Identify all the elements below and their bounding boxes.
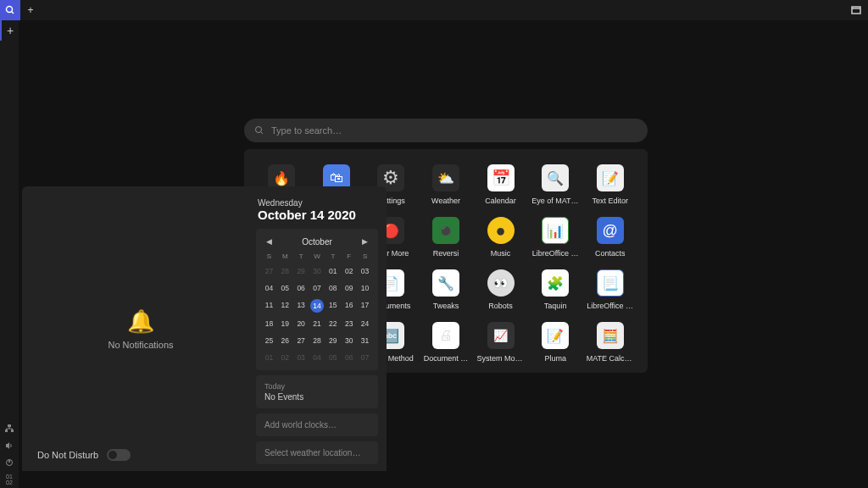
app-label: Taquin: [544, 302, 567, 310]
calendar-day[interactable]: 02: [277, 352, 293, 363]
calendar-day[interactable]: 09: [341, 282, 357, 294]
dow-header: W: [309, 252, 326, 260]
app-launcher[interactable]: Reversi: [419, 217, 474, 258]
clock-status[interactable]: 01 02: [0, 471, 19, 488]
calendar-card: ◀ October ▶ SMTWTFS272829300102030405060…: [256, 229, 378, 370]
do-not-disturb-row: Do Not Disturb: [37, 449, 131, 461]
calendar-day[interactable]: 02: [341, 265, 357, 277]
app-launcher[interactable]: Robots: [473, 269, 528, 310]
calendar-day[interactable]: 19: [277, 318, 293, 330]
calendar-day[interactable]: 07: [357, 352, 373, 363]
calendar-day[interactable]: 12: [277, 299, 293, 313]
app-launcher[interactable]: System Mon…: [473, 322, 528, 363]
topbar: +: [0, 0, 868, 20]
calendar-day[interactable]: 04: [261, 282, 277, 294]
calendar-day[interactable]: 23: [341, 318, 357, 330]
new-tab[interactable]: +: [20, 0, 41, 20]
app-launcher[interactable]: Eye of MATE…: [528, 164, 583, 205]
calendar-day[interactable]: 28: [277, 265, 293, 277]
search-icon: [254, 125, 264, 136]
calendar-day[interactable]: 20: [293, 318, 309, 330]
calendar-day[interactable]: 10: [357, 282, 373, 294]
app-launcher[interactable]: Calendar: [473, 164, 528, 205]
app-launcher[interactable]: Weather: [419, 164, 474, 205]
app-launcher[interactable]: Pluma: [528, 322, 583, 363]
add-world-clocks-button[interactable]: Add world clocks…: [256, 413, 378, 436]
calendar-day[interactable]: 11: [261, 299, 277, 313]
app-label: Robots: [488, 302, 513, 310]
power-status-icon[interactable]: [0, 454, 19, 471]
calendar-day[interactable]: 30: [341, 335, 357, 347]
app-label: Weather: [431, 197, 460, 205]
svg-point-14: [256, 127, 262, 133]
app-launcher[interactable]: Taquin: [528, 269, 583, 310]
search-input[interactable]: [271, 125, 637, 136]
calendar-day[interactable]: 24: [357, 318, 373, 330]
window-icon: [851, 6, 861, 14]
calendar-day[interactable]: 07: [309, 282, 326, 294]
add-workspace-button[interactable]: +: [0, 20, 19, 41]
app-launcher[interactable]: LibreOffice …: [582, 269, 637, 310]
search-tab[interactable]: [0, 0, 20, 20]
next-month-button[interactable]: ▶: [359, 236, 371, 247]
weekday-label: Wednesday: [258, 198, 376, 208]
calendar-day[interactable]: 27: [261, 265, 277, 277]
app-launcher[interactable]: Music: [473, 217, 528, 258]
calendar-day[interactable]: 01: [325, 265, 341, 277]
calendar-day[interactable]: 05: [277, 282, 293, 294]
app-label: Pluma: [544, 354, 566, 363]
app-launcher[interactable]: Document …: [419, 322, 474, 363]
calendar-day[interactable]: 21: [309, 318, 326, 330]
calendar-day[interactable]: 04: [309, 352, 326, 363]
svg-line-15: [261, 132, 264, 135]
eog-icon: [542, 164, 569, 191]
dnd-toggle[interactable]: [107, 449, 131, 461]
date-header: Wednesday October 14 2020: [258, 198, 376, 222]
calendar-day[interactable]: 13: [293, 299, 309, 313]
svg-rect-2: [852, 7, 860, 14]
app-launcher[interactable]: MATE Calcul…: [582, 322, 637, 363]
calendar-day[interactable]: 31: [357, 335, 373, 347]
no-notifications-label: No Notifications: [108, 340, 173, 350]
weather-icon: [432, 164, 459, 191]
search-bar[interactable]: [244, 119, 648, 142]
calendar-day[interactable]: 17: [357, 299, 373, 313]
calendar-day[interactable]: 08: [325, 282, 341, 294]
calendar-day[interactable]: 27: [293, 335, 309, 347]
calendar-day[interactable]: 28: [309, 335, 326, 347]
events-today-value: No Events: [264, 392, 370, 402]
calendar-day[interactable]: 15: [325, 299, 341, 313]
window-maximize-button[interactable]: [844, 0, 868, 20]
calendar-day[interactable]: 25: [261, 335, 277, 347]
calendar-day[interactable]: 22: [325, 318, 341, 330]
speaker-icon: [5, 441, 14, 450]
svg-marker-11: [6, 442, 9, 449]
calendar-day[interactable]: 26: [277, 335, 293, 347]
calendar-day[interactable]: 06: [293, 282, 309, 294]
app-launcher[interactable]: Tweaks: [419, 269, 474, 310]
calendar-day[interactable]: 01: [261, 352, 277, 363]
calendar-day[interactable]: 03: [357, 265, 373, 277]
calendar-day[interactable]: 29: [325, 335, 341, 347]
volume-status-icon[interactable]: [0, 437, 19, 454]
tweaks-icon: [432, 269, 459, 297]
calendar-day[interactable]: 14: [310, 299, 324, 313]
network-status-icon[interactable]: [0, 420, 19, 437]
calendar-day[interactable]: 05: [325, 352, 341, 363]
calendar-day[interactable]: 03: [293, 352, 309, 363]
dow-header: T: [325, 252, 341, 260]
app-label: MATE Calcul…: [587, 354, 634, 363]
calendar-day[interactable]: 06: [341, 352, 357, 363]
prev-month-button[interactable]: ◀: [263, 236, 275, 247]
app-launcher[interactable]: Contacts: [582, 217, 637, 258]
events-today-label: Today: [264, 382, 370, 391]
calendar-day[interactable]: 30: [309, 265, 326, 277]
dow-header: F: [341, 252, 357, 260]
calendar-day[interactable]: 29: [293, 265, 309, 277]
calendar-day[interactable]: 16: [341, 299, 357, 313]
app-launcher[interactable]: Text Editor: [582, 164, 637, 205]
topbar-spacer: [41, 0, 844, 20]
app-launcher[interactable]: LibreOffice …: [528, 217, 583, 258]
calendar-day[interactable]: 18: [261, 318, 277, 330]
add-weather-location-button[interactable]: Select weather location…: [256, 441, 378, 464]
